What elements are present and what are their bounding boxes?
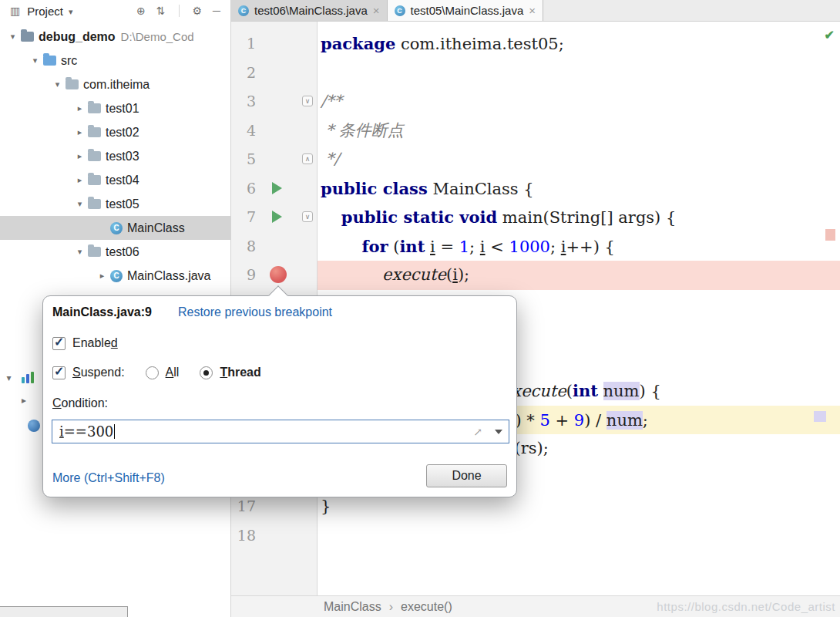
tree-item-mainclass[interactable]: MainClass [0,216,230,240]
close-icon[interactable] [529,5,536,16]
structure-tool-row[interactable] [2,372,34,383]
enabled-label: Enabled [72,336,118,350]
package-icon [88,151,101,161]
breakpoint-popup: MainClass.java:9 Restore previous breakp… [42,295,517,497]
gutter-cell[interactable]: 18 [231,521,318,551]
condition-input[interactable]: i==300 [52,420,509,443]
project-panel-header: Project [0,0,230,22]
code-line-7: 7 public static void main(String[] args)… [231,203,840,232]
close-icon[interactable] [373,5,380,16]
code-text[interactable] [318,521,840,551]
gutter-cell[interactable]: 3 [231,87,318,116]
chevron-right-icon[interactable] [22,395,26,406]
code-text[interactable]: execute(i); [318,261,840,290]
tool-window-icon[interactable] [10,5,20,17]
breakpoint-location-label: MainClass.java:9 [52,305,152,319]
run-icon[interactable] [272,182,282,194]
tree-item-test03[interactable]: test03 [0,144,230,168]
class-icon [110,270,123,282]
code-text[interactable]: public static void main(String[] args) { [318,203,840,232]
gutter-cell[interactable]: 4 [231,116,318,146]
fold-bottom-icon[interactable] [302,153,313,164]
locate-file-icon[interactable] [136,5,146,17]
code-line-6: 6public class MainClass { [231,174,840,204]
gutter-cell[interactable]: 7 [231,203,318,232]
tree-item-src[interactable]: src [0,49,230,72]
code-text[interactable]: /** [318,87,840,116]
line-number: 7 [247,203,256,232]
line-number: 9 [247,261,256,290]
line-number: 4 [247,116,256,146]
tree-item-test06[interactable]: test06 [0,240,230,264]
enabled-checkbox[interactable] [52,337,66,350]
tree-item-mainclass-java[interactable]: MainClass.java [0,264,230,288]
chevron-right-icon[interactable] [73,175,86,185]
tree-item-label: test01 [106,102,139,116]
chevron-down-icon[interactable] [51,79,64,89]
gutter-cell[interactable]: 8 [231,232,318,261]
tree-item-label: test02 [106,126,139,140]
code-line-3: 3/** [231,87,840,116]
done-button[interactable]: Done [426,464,507,487]
package-icon [88,199,101,209]
gutter-cell[interactable]: 2 [231,59,318,88]
line-number: 2 [247,59,256,88]
code-text[interactable]: public class MainClass { [318,174,840,204]
hide-panel-icon[interactable] [213,5,220,17]
gutter-cell[interactable]: 5 [231,145,318,174]
folder-project-icon [21,32,34,42]
tab-test05-mainclass[interactable]: test05\MainClass.java [388,0,544,21]
chevron-down-icon[interactable] [6,32,19,42]
tree-item-test02[interactable]: test02 [0,120,230,144]
collapse-all-icon[interactable] [156,5,166,17]
tab-test06-mainclass[interactable]: test06\MainClass.java [231,0,388,21]
run-icon[interactable] [272,211,282,223]
settings-icon[interactable] [193,5,203,17]
inspection-ok-icon[interactable] [825,28,835,42]
chevron-down-icon[interactable] [2,373,15,383]
code-text[interactable]: for (int i = 1; i < 1000; i++) { [318,232,840,261]
tree-item-test01[interactable]: test01 [0,96,230,120]
class-icon [395,5,405,16]
code-text[interactable]: */ [318,145,840,174]
fold-top-icon[interactable] [302,96,313,106]
breadcrumb-method[interactable]: execute() [401,600,452,614]
project-panel-title[interactable]: Project [27,5,63,18]
chevron-down-icon[interactable] [73,247,86,257]
tree-item-test04[interactable]: test04 [0,168,230,192]
breadcrumb-class[interactable]: MainClass [324,600,381,614]
chevron-down-icon[interactable] [69,5,73,17]
restore-breakpoint-link[interactable]: Restore previous breakpoint [178,305,332,319]
suspend-thread-radio[interactable] [200,366,213,379]
history-dropdown-icon[interactable] [495,430,502,434]
code-text[interactable] [318,59,840,88]
chevron-right-icon[interactable] [73,151,86,161]
more-settings-link[interactable]: More (Ctrl+Shift+F8) [52,471,165,485]
chevron-right-icon[interactable] [73,103,86,113]
tool-icon[interactable] [28,420,40,432]
chevron-right-icon[interactable] [73,127,86,137]
gutter-cell[interactable]: 1 [231,29,318,59]
tree-item-label: MainClass.java [127,269,210,283]
tree-item-test05[interactable]: test05 [0,192,230,216]
code-text[interactable]: * 条件断点 [318,116,840,146]
chevron-down-icon[interactable] [73,199,86,209]
suspend-all-radio[interactable] [146,366,159,379]
tree-item-com-itheima[interactable]: com.itheima [0,72,230,96]
tree-item-debug-demo[interactable]: debug_demoD:\Demo_Cod [0,25,230,49]
chevron-right-icon[interactable] [96,271,109,281]
code-line-4: 4 * 条件断点 [231,116,840,146]
expand-editor-icon[interactable] [473,426,482,438]
bottom-panel-edge [0,606,128,617]
line-number: 5 [247,145,256,174]
breakpoint-icon[interactable] [270,266,287,283]
code-line-1: 1package com.itheima.test05; [231,29,840,59]
class-icon [238,5,249,16]
gutter-cell[interactable]: 9 [231,261,318,290]
fold-top-icon[interactable] [302,211,313,222]
gutter-cell[interactable]: 6 [231,174,318,204]
line-number: 8 [247,232,256,261]
chevron-down-icon[interactable] [29,56,42,66]
suspend-checkbox[interactable] [52,366,66,379]
code-text[interactable]: package com.itheima.test05; [318,29,840,59]
